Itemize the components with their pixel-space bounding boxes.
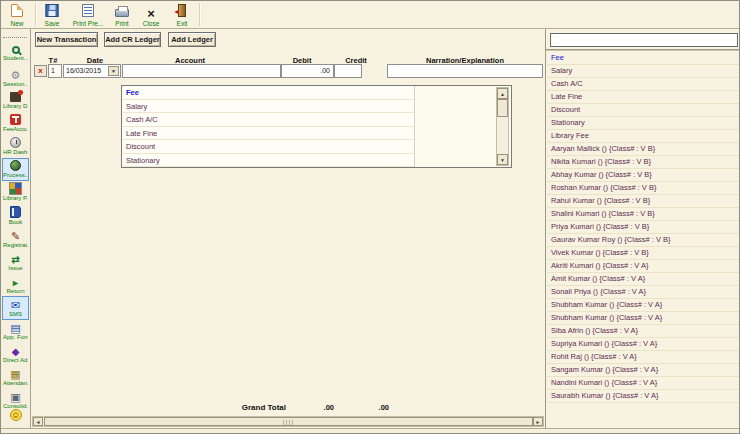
ledger-item[interactable]: Akriti Kumari () {Class# : V A} [547, 260, 740, 273]
account-cell[interactable] [122, 64, 281, 78]
smiley-icon[interactable] [10, 409, 22, 421]
dropdown-option[interactable]: Fee [123, 86, 414, 100]
ledger-item[interactable]: Saurabh Kumar () {Class# : V A} [547, 390, 740, 403]
ledger-item[interactable]: Nandini Kumari () {Class# : V A} [547, 377, 740, 390]
dropdown-option[interactable]: Discount [123, 140, 414, 154]
new-document-icon [11, 4, 23, 17]
debit-cell[interactable]: .00 [281, 64, 334, 78]
printer-icon [115, 9, 129, 17]
ledger-item[interactable]: Abhay Kumar () {Class# : V B} [547, 169, 740, 182]
dropdown-option[interactable]: Late Fine [123, 127, 414, 141]
grand-total-debit: .00 [281, 403, 334, 412]
ledger-item[interactable]: Shalini Kumari () {Class# : V B} [547, 208, 740, 221]
account-dropdown-list: Fee Salary Cash A/C Late Fine Discount S… [123, 86, 415, 167]
sidebar-item-sms[interactable]: SMS [2, 296, 29, 320]
ledger-item[interactable]: Stationary [547, 117, 740, 130]
grand-total-credit: .00 [341, 403, 389, 412]
consolidated-window-icon [10, 390, 22, 402]
ledger-item[interactable]: Siba Afrin () {Class# : V A} [547, 325, 740, 338]
credit-cell[interactable] [334, 64, 362, 78]
ledger-item[interactable]: Gaurav Kumar Roy () {Class# : V B} [547, 234, 740, 247]
sidebar-item-book[interactable]: Book [2, 204, 29, 228]
ledger-item[interactable]: Cash A/C [547, 78, 740, 91]
registration-pen-icon [10, 229, 22, 241]
sidebar-item-direct-admission[interactable]: Direct Ad... [2, 342, 29, 366]
library-dashboard-icon [10, 92, 21, 102]
issue-arrows-icon [10, 252, 22, 264]
add-cr-ledger-button[interactable]: Add CR Ledger [104, 32, 161, 47]
sidebar-item-student[interactable]: Student... [2, 43, 29, 64]
date-dropdown-button[interactable]: ▼ [108, 66, 119, 76]
sidebar-footer [1, 409, 30, 421]
sidebar-item-fee-account[interactable]: FeeAcco... [2, 112, 29, 135]
scroll-up-arrow-icon[interactable]: ▲ [497, 88, 508, 99]
process-icon [10, 160, 21, 171]
sidebar-item-library-dashboard[interactable]: Library D... [2, 89, 29, 112]
status-bar [1, 428, 740, 434]
account-dropdown-panel: Fee Salary Cash A/C Late Fine Discount S… [121, 85, 512, 168]
ledger-item[interactable]: Rohit Raj () {Class# : V A} [547, 351, 740, 364]
horizontal-scrollbar[interactable]: ◄ ► [32, 416, 544, 427]
ledger-search-input[interactable] [550, 33, 738, 47]
library-process-grid-icon [10, 183, 21, 194]
sidebar-item-attendance[interactable]: Attendan... [2, 365, 29, 389]
scroll-left-arrow-icon[interactable]: ◄ [33, 417, 43, 426]
sidebar-item-issue[interactable]: Issue [2, 250, 29, 274]
ledger-item[interactable]: Supriya Kumari () {Class# : V A} [547, 338, 740, 351]
ledger-item[interactable]: Shubham Kumar () {Class# : V A} [547, 312, 740, 325]
main-content: New Transaction Add CR Ledger Add Ledger… [31, 29, 545, 428]
dropdown-option[interactable]: Cash A/C [123, 113, 414, 127]
add-ledger-button[interactable]: Add Ledger [168, 32, 216, 47]
dropdown-option[interactable]: Salary [123, 100, 414, 114]
ledger-item[interactable]: Fee [547, 52, 740, 65]
ledger-item[interactable]: Sonali Priya () {Class# : V A} [547, 286, 740, 299]
toolbar-exit-button[interactable]: Exit [167, 2, 197, 28]
sidebar-item-session[interactable]: Session... [2, 66, 29, 90]
ledger-item[interactable]: Shubham Kumar () {Class# : V A} [547, 299, 740, 312]
ledger-item[interactable]: Salary [547, 65, 740, 78]
sms-envelope-icon [10, 298, 22, 310]
delete-row-button[interactable]: x [34, 65, 47, 77]
horizontal-scrollbar-thumb[interactable] [44, 417, 533, 426]
ledger-item[interactable]: Roshan Kumar () {Class# : V B} [547, 182, 740, 195]
ledger-item[interactable]: Rahul Kumar () {Class# : V B} [547, 195, 740, 208]
narration-cell[interactable] [387, 64, 543, 78]
scrollbar-thumb[interactable] [497, 99, 508, 117]
fee-account-icon [10, 114, 21, 125]
ledger-item[interactable]: Library Fee [547, 130, 740, 143]
hr-dashboard-clock-icon [10, 137, 21, 148]
ledger-item[interactable]: Amit Kumar () {Class# : V A} [547, 273, 740, 286]
date-value: 16/03/2015 [66, 67, 101, 74]
ledger-item[interactable]: Vivek Kumar () {Class# : V B} [547, 247, 740, 260]
ledger-item[interactable]: Discount [547, 104, 740, 117]
sidebar-item-hr-dashboard[interactable]: HR Dash... [2, 135, 29, 158]
sidebar-item-process[interactable]: Process... [2, 158, 29, 181]
application-form-icon [10, 321, 22, 333]
new-transaction-button[interactable]: New Transaction [35, 32, 98, 47]
student-search-icon [12, 46, 20, 54]
tnumber-cell[interactable]: 1 [48, 64, 62, 78]
ledger-item[interactable]: Sangam Kumar () {Class# : V A} [547, 364, 740, 377]
print-preview-icon [82, 4, 94, 17]
dropdown-option[interactable]: Stationary [123, 154, 414, 168]
toolbar: New Save Print Pre... Print Close Exit [1, 1, 740, 29]
ledger-item[interactable]: Late Fine [547, 91, 740, 104]
date-combobox[interactable]: 16/03/2015 ▼ [63, 64, 121, 78]
session-gear-icon [10, 68, 22, 80]
sidebar-item-app-form[interactable]: App. Form [2, 319, 29, 343]
close-x-icon [144, 4, 158, 17]
ledger-item[interactable]: Nikita Kumari () {Class# : V B} [547, 156, 740, 169]
sidebar-item-library-process[interactable]: Library P... [2, 181, 29, 204]
dropdown-vertical-scrollbar[interactable]: ▲ ▼ [496, 87, 509, 166]
scroll-right-arrow-icon[interactable]: ► [533, 417, 543, 426]
toolbar-separator [199, 3, 200, 26]
scroll-down-arrow-icon[interactable]: ▼ [497, 154, 508, 165]
sidebar-item-registration[interactable]: Registrat... [2, 227, 29, 251]
ledger-item[interactable]: Aaryan Mallick () {Class# : V B} [547, 143, 740, 156]
direct-admission-icon [10, 344, 22, 356]
sidebar-item-return[interactable]: Return [2, 273, 29, 297]
book-icon [10, 206, 21, 218]
grand-total-label: Grand Total [209, 403, 286, 412]
return-arrow-icon [10, 275, 22, 287]
ledger-item[interactable]: Priya Kumari () {Class# : V B} [547, 221, 740, 234]
